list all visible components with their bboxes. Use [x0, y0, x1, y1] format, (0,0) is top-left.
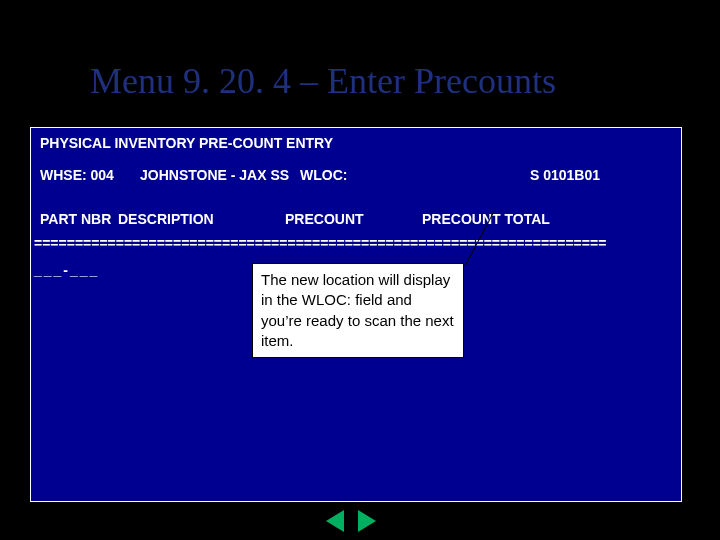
callout-box: The new location will display in the WLO…	[252, 263, 464, 358]
divider-line: ========================================…	[34, 235, 682, 251]
col-part: PART NBR	[40, 211, 111, 227]
input-prompt: ___-___	[34, 262, 99, 278]
next-slide-button[interactable]	[358, 510, 376, 532]
terminal-panel: PHYSICAL INVENTORY PRE-COUNT ENTRY WHSE:…	[28, 125, 684, 504]
whse-name: JOHNSTONE - JAX SS	[140, 167, 289, 183]
slide-title: Menu 9. 20. 4 – Enter Precounts	[90, 60, 556, 102]
wloc-value: S 0101B01	[530, 167, 600, 183]
col-precount: PRECOUNT	[285, 211, 364, 227]
screen-header: PHYSICAL INVENTORY PRE-COUNT ENTRY	[40, 135, 333, 151]
nav-controls	[326, 510, 376, 536]
whse-label: WHSE: 004	[40, 167, 114, 183]
slide: Menu 9. 20. 4 – Enter Precounts PHYSICAL…	[0, 0, 720, 540]
col-description: DESCRIPTION	[118, 211, 214, 227]
prev-slide-button[interactable]	[326, 510, 344, 532]
wloc-label: WLOC:	[300, 167, 347, 183]
